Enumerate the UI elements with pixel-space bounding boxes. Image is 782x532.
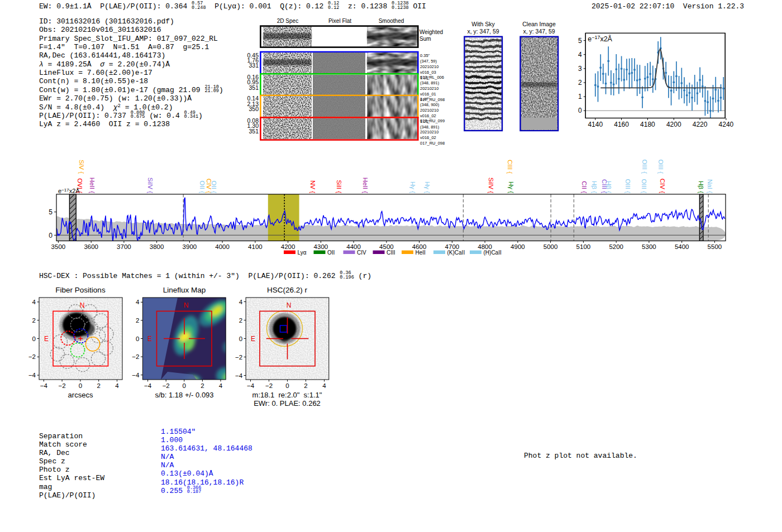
svg-text:5100: 5100 bbox=[576, 243, 591, 250]
svg-text:N: N bbox=[184, 301, 189, 309]
svg-text:4240: 4240 bbox=[719, 121, 734, 128]
svg-text:OIII {: OIII { bbox=[657, 159, 664, 174]
svg-text:x, y: 347, 59: x, y: 347, 59 bbox=[467, 28, 499, 35]
svg-text:3900: 3900 bbox=[183, 243, 197, 250]
svg-text:CIV: CIV bbox=[357, 250, 366, 256]
svg-text:N: N bbox=[287, 301, 292, 309]
svg-text:Hγ {: Hγ { bbox=[424, 181, 431, 193]
svg-text:4100: 4100 bbox=[248, 243, 263, 250]
svg-text:2: 2 bbox=[201, 382, 204, 389]
svg-text:−4: −4 bbox=[144, 382, 152, 389]
svg-text:4220: 4220 bbox=[693, 121, 708, 128]
svg-text:HeII: HeII bbox=[416, 250, 426, 256]
svg-text:(H)CaII: (H)CaII bbox=[484, 250, 502, 256]
svg-text:OII {: OII { bbox=[199, 181, 206, 194]
svg-text:Smoothed: Smoothed bbox=[379, 18, 404, 24]
svg-text:HeII {: HeII { bbox=[89, 178, 96, 193]
svg-text:−2: −2 bbox=[59, 382, 66, 389]
svg-text:Fiber Positions: Fiber Positions bbox=[55, 286, 106, 294]
svg-text:−2: −2 bbox=[132, 353, 139, 360]
svg-text:3500: 3500 bbox=[51, 243, 66, 250]
svg-text:Hβ {: Hβ { bbox=[605, 181, 612, 193]
svg-text:5: 5 bbox=[578, 37, 582, 45]
svg-text:20210210: 20210210 bbox=[420, 86, 438, 91]
svg-text:v016_02: v016_02 bbox=[420, 113, 436, 118]
svg-text:0.35": 0.35" bbox=[420, 53, 430, 58]
svg-text:Hγ {: Hγ { bbox=[409, 181, 416, 193]
svg-text:x, y: 347, 59: x, y: 347, 59 bbox=[523, 28, 555, 35]
svg-text:Clean Image: Clean Image bbox=[522, 21, 556, 27]
svg-text:OIII {: OIII { bbox=[641, 179, 647, 193]
svg-text:OIII {: OIII { bbox=[624, 179, 631, 193]
svg-text:3700: 3700 bbox=[117, 243, 131, 250]
svg-text:v016_01: v016_01 bbox=[420, 92, 436, 97]
svg-text:4200: 4200 bbox=[281, 243, 295, 250]
svg-text:4160: 4160 bbox=[614, 121, 629, 128]
svg-text:m:18.1 re:2.0" s:1.1": m:18.1 re:2.0" s:1.1" bbox=[252, 391, 322, 399]
svg-text:2: 2 bbox=[239, 317, 242, 324]
svg-text:OII: OII bbox=[327, 250, 335, 256]
svg-text:CIV {: CIV { bbox=[659, 179, 666, 193]
svg-text:331: 331 bbox=[249, 62, 259, 69]
svg-text:OII {: OII { bbox=[211, 181, 217, 194]
svg-text:2: 2 bbox=[97, 382, 100, 389]
svg-text:4: 4 bbox=[219, 382, 223, 389]
svg-text:−4: −4 bbox=[235, 372, 243, 379]
svg-text:1.47": 1.47" bbox=[420, 97, 430, 102]
svg-text:OIII {: OIII { bbox=[641, 159, 648, 174]
svg-text:arcsecs: arcsecs bbox=[68, 391, 93, 399]
svg-text:4180: 4180 bbox=[640, 121, 655, 128]
svg-text:Pixel Flat: Pixel Flat bbox=[328, 18, 351, 24]
svg-text:Sum: Sum bbox=[419, 36, 431, 42]
svg-text:350: 350 bbox=[249, 106, 259, 112]
svg-text:OVI {: OVI { bbox=[77, 178, 83, 193]
svg-text:20210210: 20210210 bbox=[420, 108, 438, 113]
svg-text:v016_02: v016_02 bbox=[420, 135, 436, 140]
svg-text:0: 0 bbox=[32, 336, 36, 342]
svg-text:4: 4 bbox=[115, 382, 119, 389]
svg-text:Lyα: Lyα bbox=[298, 250, 307, 256]
svg-text:HSC(26.2) r: HSC(26.2) r bbox=[267, 286, 308, 294]
svg-text:(348, 891): (348, 891) bbox=[420, 80, 440, 85]
svg-text:CIII {: CIII { bbox=[507, 160, 513, 174]
svg-text:4: 4 bbox=[239, 299, 243, 305]
svg-text:351: 351 bbox=[249, 84, 259, 91]
svg-text:20210210: 20210210 bbox=[420, 64, 438, 69]
svg-text:E: E bbox=[251, 335, 255, 343]
svg-text:017_RU_098: 017_RU_098 bbox=[420, 141, 445, 146]
svg-text:0: 0 bbox=[285, 382, 289, 389]
svg-text:20210210: 20210210 bbox=[420, 130, 438, 135]
svg-text:(347, 59): (347, 59) bbox=[420, 59, 437, 64]
svg-text:Hβ {: Hβ { bbox=[591, 181, 598, 193]
svg-text:−2: −2 bbox=[163, 382, 170, 389]
svg-text:−4: −4 bbox=[40, 382, 48, 389]
svg-text:1.26": 1.26" bbox=[420, 119, 430, 124]
svg-text:−4: −4 bbox=[247, 382, 255, 389]
svg-text:2: 2 bbox=[304, 382, 307, 389]
svg-text:351: 351 bbox=[249, 128, 259, 135]
svg-text:4000: 4000 bbox=[215, 243, 230, 250]
svg-text:4: 4 bbox=[32, 299, 36, 305]
svg-text:CII {: CII { bbox=[581, 181, 588, 193]
svg-text:4140: 4140 bbox=[588, 121, 603, 128]
svg-text:0: 0 bbox=[183, 382, 186, 389]
svg-text:4: 4 bbox=[322, 382, 326, 389]
svg-text:2: 2 bbox=[136, 317, 139, 324]
svg-text:0: 0 bbox=[136, 336, 139, 342]
svg-text:1.16": 1.16" bbox=[420, 75, 430, 80]
svg-text:5200: 5200 bbox=[609, 243, 623, 250]
svg-text:2: 2 bbox=[578, 79, 582, 87]
svg-text:−2: −2 bbox=[265, 382, 273, 389]
svg-text:1: 1 bbox=[578, 93, 582, 100]
svg-text:3800: 3800 bbox=[150, 243, 164, 250]
svg-text:2D Spec: 2D Spec bbox=[277, 18, 298, 24]
svg-text:2: 2 bbox=[32, 317, 36, 324]
svg-text:−4: −4 bbox=[28, 372, 36, 378]
svg-text:4300: 4300 bbox=[314, 243, 328, 250]
svg-text:CIII: CIII bbox=[387, 250, 395, 256]
svg-text:E: E bbox=[44, 335, 49, 343]
svg-text:NaI {: NaI { bbox=[707, 179, 713, 193]
svg-text:(K)CaII: (K)CaII bbox=[447, 250, 465, 256]
svg-text:4200: 4200 bbox=[666, 121, 681, 128]
svg-text:SiV {: SiV { bbox=[78, 160, 85, 174]
